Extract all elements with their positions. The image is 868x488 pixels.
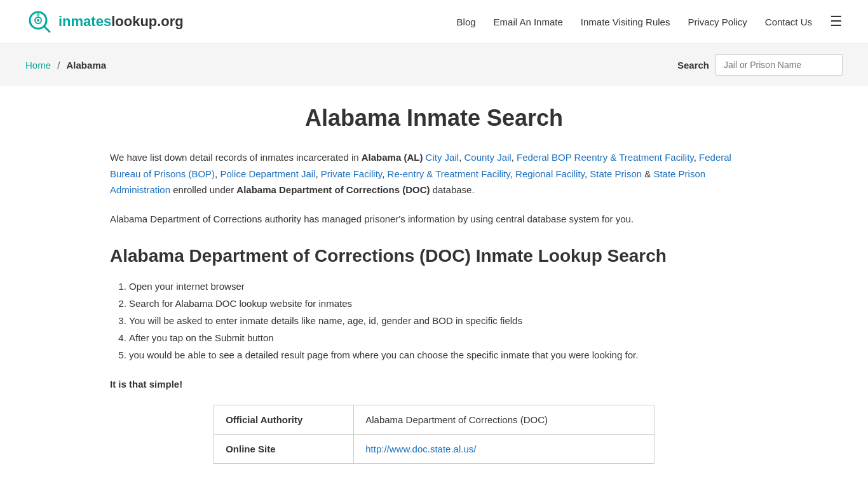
svg-point-2 — [37, 19, 39, 22]
nav-inmate-visiting-rules[interactable]: Inmate Visiting Rules — [581, 17, 670, 27]
nav-privacy-policy[interactable]: Privacy Policy — [688, 17, 747, 27]
secondary-paragraph: Alabama Department of Corrections author… — [110, 211, 758, 227]
table-label-authority: Official Authority — [214, 405, 354, 435]
link-county-jail[interactable]: County Jail — [464, 152, 511, 163]
svg-point-4 — [37, 13, 40, 17]
link-police-dept-jail[interactable]: Police Department Jail — [220, 168, 315, 179]
step-3: You will be asked to enter inmate detail… — [129, 312, 758, 329]
main-nav: Blog Email An Inmate Inmate Visiting Rul… — [457, 13, 843, 30]
intro-text-before: We have list down detail records of inma… — [110, 152, 362, 163]
table-value-online-site: http://www.doc.state.al.us/ — [354, 435, 654, 464]
intro-bold2: Alabama Department of Corrections (DOC) — [236, 184, 430, 195]
info-table: Official Authority Alabama Department of… — [214, 405, 654, 464]
intro-paragraph: We have list down detail records of inma… — [110, 149, 758, 198]
step-5: you would be able to see a detailed resu… — [129, 346, 758, 363]
search-input[interactable] — [715, 54, 843, 76]
intro-bold: Alabama (AL) — [362, 152, 423, 163]
table-row-authority: Official Authority Alabama Department of… — [214, 405, 654, 435]
step-2: Search for Alabama DOC lookup website fo… — [129, 295, 758, 312]
breadcrumb-home[interactable]: Home — [25, 60, 51, 71]
link-reentry-treatment[interactable]: Re-entry & Treatment Facility — [388, 168, 510, 179]
site-logo[interactable]: inmateslookup.org — [25, 8, 184, 36]
logo-text: inmateslookup.org — [58, 13, 184, 30]
steps-list: Open your internet browser Search for Al… — [110, 278, 758, 363]
main-content: Alabama Inmate Search We have list down … — [85, 86, 783, 488]
online-site-link[interactable]: http://www.doc.state.al.us/ — [365, 444, 476, 454]
intro-middle: enrolled under — [173, 184, 236, 195]
hamburger-icon[interactable]: ☰ — [830, 13, 843, 30]
link-city-jail[interactable]: City Jail — [426, 152, 459, 163]
page-title: Alabama Inmate Search — [110, 105, 758, 132]
step-4: After you tap on the Submit button — [129, 329, 758, 346]
breadcrumb-separator: / — [57, 60, 60, 71]
svg-line-3 — [44, 26, 50, 32]
search-area: Search — [677, 54, 843, 76]
step-1: Open your internet browser — [129, 278, 758, 295]
table-row-online-site: Online Site http://www.doc.state.al.us/ — [214, 435, 654, 464]
nav-blog[interactable]: Blog — [457, 17, 476, 27]
site-header: inmateslookup.org Blog Email An Inmate I… — [0, 0, 868, 44]
breadcrumb: Home / Alabama — [25, 60, 106, 71]
logo-icon — [25, 8, 53, 36]
link-state-prison[interactable]: State Prison — [590, 168, 642, 179]
section-heading: Alabama Department of Corrections (DOC) … — [110, 246, 758, 266]
intro-end: database. — [430, 184, 475, 195]
simple-text: It is that simple! — [110, 379, 758, 390]
link-regional-facility[interactable]: Regional Facility — [515, 168, 585, 179]
breadcrumb-bar: Home / Alabama Search — [0, 44, 868, 86]
nav-contact-us[interactable]: Contact Us — [765, 17, 812, 27]
nav-email-inmate[interactable]: Email An Inmate — [494, 17, 563, 27]
table-label-online-site: Online Site — [214, 435, 354, 464]
link-private-facility[interactable]: Private Facility — [321, 168, 382, 179]
search-label: Search — [677, 60, 709, 71]
link-federal-bop-reentry[interactable]: Federal BOP Reentry & Treatment Facility — [517, 152, 694, 163]
breadcrumb-current: Alabama — [67, 60, 107, 71]
table-value-authority: Alabama Department of Corrections (DOC) — [354, 405, 654, 435]
